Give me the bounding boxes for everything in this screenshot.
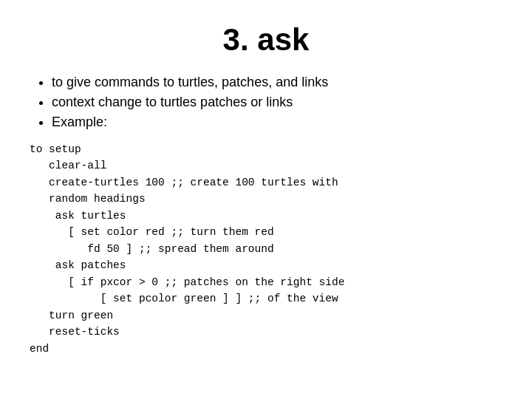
bullet-list: to give commands to turtles, patches, an… (30, 72, 502, 132)
code-block: to setup clear-all create-turtles 100 ;;… (30, 141, 502, 357)
page: 3. ask to give commands to turtles, patc… (0, 0, 532, 399)
bullet-item-2: context change to turtles patches or lin… (52, 92, 502, 112)
bullet-item-1: to give commands to turtles, patches, an… (52, 72, 502, 92)
page-title: 3. ask (30, 22, 502, 58)
bullet-item-3: Example: (52, 112, 502, 132)
